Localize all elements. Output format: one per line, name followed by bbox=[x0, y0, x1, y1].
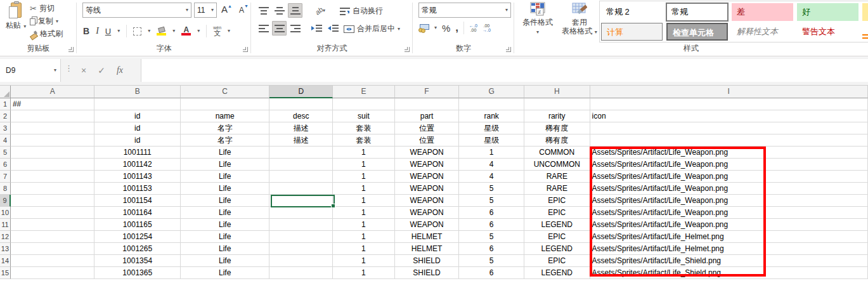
cell-H13[interactable]: LEGEND bbox=[524, 243, 590, 255]
cell-A6[interactable] bbox=[11, 159, 95, 171]
cell-A3[interactable] bbox=[11, 122, 95, 134]
cell-A11[interactable] bbox=[11, 219, 95, 231]
align-middle-button[interactable] bbox=[272, 3, 287, 18]
cell-D9[interactable] bbox=[269, 195, 333, 207]
cell-H6[interactable]: UNCOMMON bbox=[524, 159, 590, 171]
cell-E15[interactable]: 1 bbox=[333, 267, 395, 279]
copy-button[interactable]: 复制 ▾ bbox=[30, 15, 58, 27]
cell-G6[interactable]: 4 bbox=[459, 159, 524, 171]
row-header-1[interactable]: 1 bbox=[0, 98, 11, 110]
cell-I14[interactable]: Assets/Sprites/Artifact/Life_Shield.png bbox=[590, 255, 868, 267]
cell-E10[interactable]: 1 bbox=[333, 207, 395, 219]
merge-dropdown-icon[interactable]: ▾ bbox=[398, 27, 400, 32]
cell-H14[interactable]: EPIC bbox=[524, 255, 590, 267]
wrap-text-button[interactable]: 自动换行 bbox=[340, 6, 383, 16]
cell-F1[interactable] bbox=[395, 98, 460, 110]
cell-D10[interactable] bbox=[269, 207, 333, 219]
increase-decimal-button[interactable]: ←.0.00 bbox=[469, 23, 477, 32]
cell-A7[interactable] bbox=[11, 171, 95, 183]
cell-E8[interactable]: 1 bbox=[333, 183, 395, 195]
cell-C2[interactable]: name bbox=[181, 110, 269, 122]
cell-A15[interactable] bbox=[11, 267, 95, 279]
cell-G7[interactable]: 4 bbox=[459, 171, 524, 183]
bold-button[interactable]: B bbox=[83, 26, 89, 36]
cell-H8[interactable]: RARE bbox=[524, 183, 590, 195]
cell-E11[interactable]: 1 bbox=[333, 219, 395, 231]
cell-B9[interactable]: 1001154 bbox=[94, 195, 181, 207]
phonetic-guide-button[interactable]: wén 文 bbox=[213, 26, 221, 37]
column-header-C[interactable]: C bbox=[181, 86, 269, 98]
row-header-15[interactable]: 15 bbox=[0, 267, 11, 279]
alignment-dialog-launcher[interactable] bbox=[405, 47, 410, 52]
cell-I6[interactable]: Assets/Sprites/Artifact/Life_Weapon.png bbox=[590, 159, 868, 171]
column-header-B[interactable]: B bbox=[94, 86, 181, 98]
cell-H5[interactable]: COMMON bbox=[524, 147, 590, 159]
cell-G13[interactable]: 6 bbox=[459, 243, 524, 255]
format-as-table-button[interactable]: 套用 表格格式 ▾ bbox=[560, 2, 599, 36]
cell-C5[interactable]: Life bbox=[181, 147, 269, 159]
cell-H1[interactable] bbox=[524, 98, 590, 110]
cell-style-linked-cell-partial[interactable] bbox=[862, 34, 868, 39]
cell-I12[interactable]: Assets/Sprites/Artifact/Life_Helmet.png bbox=[590, 231, 868, 243]
chevron-down-icon[interactable]: ▾ bbox=[186, 8, 188, 13]
cut-button[interactable]: ✂ 剪切 bbox=[30, 3, 55, 15]
cell-C1[interactable] bbox=[181, 98, 269, 110]
row-header-4[interactable]: 4 bbox=[0, 134, 11, 147]
merge-center-button[interactable]: 合并后居中 ▾ bbox=[344, 23, 400, 34]
cell-F6[interactable]: WEAPON bbox=[395, 159, 460, 171]
paste-dropdown-icon[interactable]: ▾ bbox=[23, 23, 26, 29]
cell-A9[interactable] bbox=[11, 195, 95, 207]
borders-dropdown-icon[interactable]: ▾ bbox=[148, 29, 150, 34]
font-size-combobox[interactable]: 11 ▾ bbox=[194, 3, 217, 18]
cell-A5[interactable] bbox=[11, 147, 95, 159]
cell-A8[interactable] bbox=[11, 183, 95, 195]
cell-E4[interactable]: 套装 bbox=[333, 134, 395, 147]
cell-D15[interactable] bbox=[269, 267, 333, 279]
increase-indent-button[interactable] bbox=[326, 21, 340, 36]
cell-D8[interactable] bbox=[269, 183, 333, 195]
row-header-5[interactable]: 5 bbox=[0, 147, 11, 159]
confirm-button[interactable]: ✓ bbox=[98, 65, 105, 75]
cell-E13[interactable]: 1 bbox=[333, 243, 395, 255]
cell-C10[interactable]: Life bbox=[181, 207, 269, 219]
cell-D1[interactable] bbox=[269, 98, 333, 110]
chevron-down-icon[interactable]: ▾ bbox=[211, 8, 214, 13]
cell-style-neutral-partial[interactable] bbox=[862, 3, 868, 21]
cell-D7[interactable] bbox=[269, 171, 333, 183]
cell-G2[interactable]: rank bbox=[459, 110, 524, 122]
column-header-E[interactable]: E bbox=[333, 86, 395, 98]
cell-I2[interactable]: icon bbox=[590, 110, 868, 122]
column-header-A[interactable]: A bbox=[11, 86, 95, 98]
cell-D13[interactable] bbox=[269, 243, 333, 255]
fill-color-button[interactable] bbox=[157, 27, 166, 36]
column-header-D[interactable]: D bbox=[269, 86, 333, 98]
cell-H12[interactable]: EPIC bbox=[524, 231, 590, 243]
cell-B6[interactable]: 1001142 bbox=[94, 159, 181, 171]
cell-E7[interactable]: 1 bbox=[333, 171, 395, 183]
row-header-9[interactable]: 9 bbox=[0, 195, 11, 207]
cell-I8[interactable]: Assets/Sprites/Artifact/Life_Weapon.png bbox=[590, 183, 868, 195]
cell-style-check-cell[interactable]: 检查单元格 bbox=[666, 23, 728, 41]
row-header-6[interactable]: 6 bbox=[0, 159, 11, 171]
row-header-14[interactable]: 14 bbox=[0, 255, 11, 267]
cell-C4[interactable]: 名字 bbox=[181, 134, 269, 147]
align-right-button[interactable] bbox=[288, 21, 302, 36]
cell-F2[interactable]: part bbox=[395, 110, 460, 122]
cell-D2[interactable]: desc bbox=[269, 110, 333, 122]
column-header-I[interactable]: I bbox=[590, 86, 868, 98]
cell-H10[interactable]: EPIC bbox=[524, 207, 590, 219]
cell-E2[interactable]: suit bbox=[333, 110, 395, 122]
cell-H2[interactable]: rarity bbox=[524, 110, 590, 122]
cell-C12[interactable]: Life bbox=[181, 231, 269, 243]
cell-G9[interactable]: 5 bbox=[459, 195, 524, 207]
cell-style-calculation[interactable]: 计算 bbox=[601, 23, 663, 41]
cell-H15[interactable]: LEGEND bbox=[524, 267, 590, 279]
cell-F14[interactable]: SHIELD bbox=[395, 255, 460, 267]
accounting-dropdown-icon[interactable]: ▾ bbox=[434, 25, 437, 30]
italic-button[interactable]: I bbox=[96, 26, 99, 36]
row-header-12[interactable]: 12 bbox=[0, 231, 11, 243]
cell-C9[interactable]: Life bbox=[181, 195, 269, 207]
cell-E14[interactable]: 1 bbox=[333, 255, 395, 267]
cell-G5[interactable]: 1 bbox=[459, 147, 524, 159]
cell-E3[interactable]: 套装 bbox=[333, 122, 395, 134]
